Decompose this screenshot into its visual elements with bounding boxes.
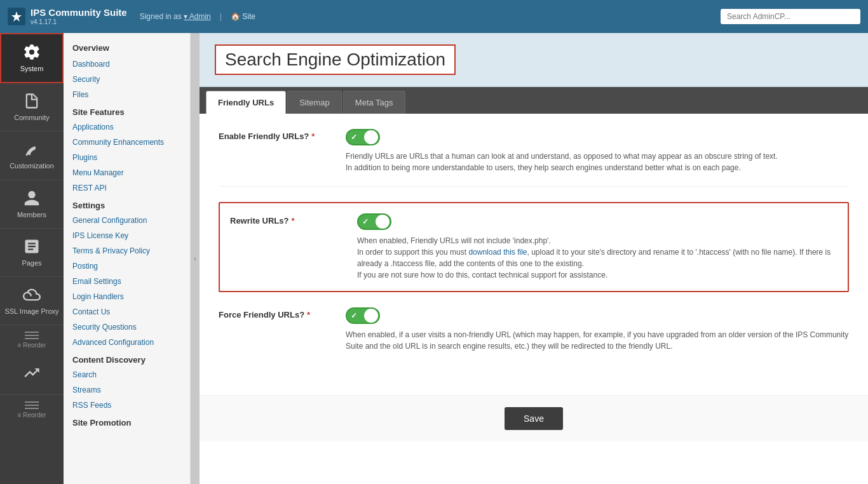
section-content-discovery: Content Discovery [64,350,190,367]
form-control-rewrite-urls: ✓ When enabled, Friendly URLs will not i… [357,213,837,281]
sidebar-sub-item-ips-license-key[interactable]: IPS License Key [64,228,190,243]
toggle-force-friendly-urls[interactable]: ✓ [346,307,380,324]
sidebar-sub-item-posting[interactable]: Posting [64,259,190,274]
form-row-rewrite-urls: Rewrite URLs?* ✓ When enabled, Friendly … [219,202,849,292]
toggle-check-rewrite-icon: ✓ [362,217,369,226]
toggle-row-rewrite-urls: ✓ [357,213,837,230]
content-area: Search Engine Optimization Friendly URLs… [200,33,868,484]
sidebar-label-community: Community [14,114,50,122]
toggle-thumb [364,130,378,144]
sidebar-sub-item-security[interactable]: Security [64,72,190,87]
tab-friendly-urls[interactable]: Friendly URLs [206,91,286,114]
sidebar-sub-item-applications[interactable]: Applications [64,119,190,135]
sidebar-label-pages: Pages [22,259,41,267]
page-title-box: Search Engine Optimization [215,44,456,75]
search-input[interactable] [721,9,860,24]
signed-in-label: Signed in as ▾ Admin [140,12,211,21]
sidebar-label-members: Members [17,211,46,219]
sidebar-sub-item-general-configuration[interactable]: General Configuration [64,213,190,228]
tabs-bar: Friendly URLs Sitemap Meta Tags [200,87,868,114]
logo-text: IPS Community Suite v4.1.17.1 [31,7,127,26]
sidebar-sub-item-plugins[interactable]: Plugins [64,150,190,165]
toggle-rewrite-urls[interactable]: ✓ [357,213,391,230]
page-header: Search Engine Optimization [200,33,868,87]
sidebar-sub-item-terms-privacy-policy[interactable]: Terms & Privacy Policy [64,243,190,259]
app-version: v4.1.17.1 [31,18,127,26]
sidebar-item-analytics[interactable] [0,355,64,395]
reorder-label-1: ≡ Reorder [18,342,46,349]
desc-friendly-urls: Friendly URLs are URLs that a human can … [346,151,849,173]
form-row-enable-friendly-urls: Enable Friendly URLs?* ✓ Friendly URLs a… [219,129,849,187]
reorder-icon-1 [25,332,39,339]
toggle-thumb-rewrite [376,215,390,229]
reorder-icon-2 [25,401,39,409]
sidebar-item-members[interactable]: Members [0,180,64,229]
toggle-check-force-icon: ✓ [351,311,357,320]
toggle-row-friendly-urls: ✓ [346,129,849,145]
sidebar-sub-item-rest-api[interactable]: REST API [64,180,190,196]
sidebar-item-community[interactable]: Community [0,83,64,131]
form-label-force-friendly-urls: Force Friendly URLs?* [219,307,346,319]
sidebar-item-pages[interactable]: Pages [0,229,64,277]
section-settings: Settings [64,196,190,213]
page-title: Search Engine Optimization [225,50,445,70]
sidebar-sub-item-menu-manager[interactable]: Menu Manager [64,165,190,180]
search-box [721,9,860,24]
main-layout: System Community Customization Members P… [0,33,868,484]
sidebar-sub-item-files[interactable]: Files [64,87,190,102]
toggle-check-icon: ✓ [351,133,357,142]
download-file-link[interactable]: download this file [468,248,527,257]
topbar-nav: Signed in as ▾ Admin | 🏠 Site [140,12,721,21]
tab-sitemap[interactable]: Sitemap [287,91,342,114]
sidebar-sub-item-search[interactable]: Search [64,367,190,382]
sidebar-item-system[interactable]: System [0,33,64,83]
sidebar-item-ssl[interactable]: SSL Image Proxy [0,277,64,325]
sidebar-sub: Overview Dashboard Security Files Site F… [64,33,191,484]
site-link[interactable]: 🏠 Site [231,12,255,21]
sidebar-overview-link[interactable]: Overview [64,39,190,57]
sidebar-sub-item-rss-feeds[interactable]: RSS Feeds [64,398,190,413]
reorder-label-2: ≡ Reorder [18,412,46,419]
form-row-force-friendly-urls: Force Friendly URLs?* ✓ When enabled, if… [219,307,849,365]
form-area: Enable Friendly URLs?* ✓ Friendly URLs a… [200,114,868,395]
desc-rewrite-urls: When enabled, Friendly URLs will not inc… [357,235,837,281]
sidebar-sub-item-dashboard[interactable]: Dashboard [64,57,190,72]
sidebar-item-customization[interactable]: Customization [0,131,64,180]
save-bar: Save [200,395,868,441]
sidebar-sub-item-email-settings[interactable]: Email Settings [64,274,190,289]
topbar-sep: | [220,12,222,21]
sidebar-sub-item-contact-us[interactable]: Contact Us [64,304,190,319]
form-label-enable-friendly-urls: Enable Friendly URLs?* [219,129,346,141]
section-site-promotion: Site Promotion [64,413,190,430]
save-button[interactable]: Save [505,407,563,430]
sidebar-sub-item-security-questions[interactable]: Security Questions [64,319,190,335]
tab-meta-tags[interactable]: Meta Tags [343,91,405,114]
logo-icon [8,8,25,25]
sidebar-reorder-2[interactable]: ≡ Reorder [0,395,64,425]
sidebar-icons: System Community Customization Members P… [0,33,64,484]
svg-marker-0 [11,11,22,22]
desc-force-friendly-urls: When enabled, if a user visits a non-fri… [346,329,849,352]
toggle-friendly-urls[interactable]: ✓ [346,129,380,145]
sidebar-sub-item-advanced-configuration[interactable]: Advanced Configuration [64,335,190,350]
section-site-features: Site Features [64,102,190,119]
topbar: IPS Community Suite v4.1.17.1 Signed in … [0,0,868,33]
toggle-thumb-force [364,309,378,323]
sidebar-reorder-1[interactable]: ≡ Reorder [0,325,64,355]
sidebar-label-customization: Customization [10,162,54,170]
form-control-force-friendly-urls: ✓ When enabled, if a user visits a non-f… [346,307,849,352]
form-control-enable-friendly-urls: ✓ Friendly URLs are URLs that a human ca… [346,129,849,173]
content-body: Friendly URLs Sitemap Meta Tags Enable F… [200,87,868,484]
sidebar-label-system: System [20,65,44,73]
app-logo: IPS Community Suite v4.1.17.1 [8,7,127,26]
sidebar-collapse-handle[interactable]: ‹ [191,33,200,484]
toggle-row-force-friendly-urls: ✓ [346,307,849,324]
sidebar-label-ssl: SSL Image Proxy [4,307,58,316]
signed-in-user[interactable]: ▾ Admin [184,12,211,21]
sidebar-sub-item-streams[interactable]: Streams [64,382,190,398]
form-label-rewrite-urls: Rewrite URLs?* [230,213,357,225]
sidebar-sub-item-login-handlers[interactable]: Login Handlers [64,289,190,304]
app-title: IPS Community Suite [31,7,127,18]
sidebar-sub-item-community-enhancements[interactable]: Community Enhancements [64,135,190,150]
